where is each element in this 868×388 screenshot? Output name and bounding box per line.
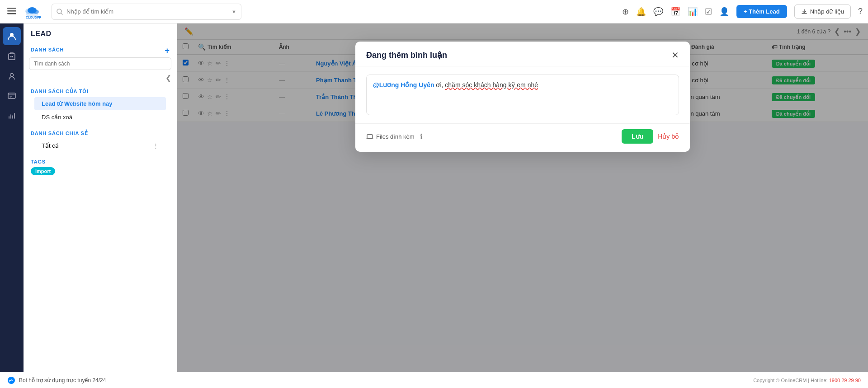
svg-rect-16 (367, 135, 373, 138)
sidebar-item-lead-website[interactable]: Lead từ Website hôm nay (34, 97, 166, 110)
comment-textarea[interactable]: @Lương Hồng Uyên ơi, chăm sóc khách hàng… (366, 75, 679, 115)
nav-reports-icon[interactable] (3, 107, 21, 125)
bot-support: Bot hỗ trợ sử dụng trực tuyến 24/24 (7, 376, 106, 384)
top-actions: ⊕ 🔔 💬 📅 📊 ☑ 👤 + Thêm Lead Nhập dữ liệu ? (622, 5, 863, 19)
danh-sach-header: DANH SÁCH + (24, 42, 177, 57)
danh-sach-cua-toi-title: DANH SÁCH CỦA TÔI (31, 89, 170, 94)
nav-leads-icon[interactable] (3, 87, 21, 105)
svg-rect-2 (7, 13, 16, 14)
chat-icon-button[interactable]: 💬 (653, 7, 663, 17)
sidebar-header: LEAD (24, 23, 177, 42)
modal-body: @Lương Hồng Uyên ơi, chăm sóc khách hàng… (355, 66, 690, 123)
copyright-text: Copyright © OnlineCRM | Hotline: 1900 29… (753, 378, 861, 383)
support-text: Bot hỗ trợ sử dụng trực tuyến 24/24 (19, 377, 106, 383)
calendar-icon-button[interactable]: 📅 (670, 7, 680, 17)
add-list-button[interactable]: + (165, 46, 170, 56)
sidebar-lead-title: LEAD (31, 30, 52, 38)
tat-ca-label: Tất cả (42, 142, 59, 149)
nav-people-icon[interactable] (3, 27, 21, 45)
comment-body-text: ơi, chăm sóc khách hàng kỹ em nhé (434, 81, 538, 89)
modal-actions: Lưu Hủy bỏ (622, 129, 679, 144)
cancel-button[interactable]: Hủy bỏ (658, 129, 679, 144)
tag-import[interactable]: import (31, 167, 55, 175)
svg-rect-0 (7, 8, 16, 9)
danh-sach-chia-se-section: DANH SÁCH CHIA SẺ Tất cả ⋮ (24, 126, 177, 154)
sidebar-search-input[interactable] (29, 57, 171, 70)
logo: CLOUDPRO (24, 3, 41, 20)
svg-point-6 (33, 9, 39, 14)
messenger-icon (7, 376, 15, 384)
copyright-label: Copyright © OnlineCRM | Hotline: (753, 378, 829, 383)
save-button[interactable]: Lưu (622, 129, 653, 144)
mention-text: @Lương Hồng Uyên (373, 81, 434, 89)
tags-section: TAGS import (24, 154, 177, 180)
svg-rect-13 (12, 56, 14, 57)
sidebar-collapse-button[interactable]: ❮ (165, 74, 171, 82)
attach-label: Files đính kèm (376, 133, 415, 140)
danh-sach-chia-se-title: DANH SÁCH CHIA SẺ (31, 131, 170, 136)
modal-footer: Files đính kèm ℹ Lưu Hủy bỏ (355, 123, 690, 152)
search-input[interactable] (66, 8, 228, 15)
info-icon[interactable]: ℹ (420, 132, 423, 141)
tat-ca-more-icon[interactable]: ⋮ (153, 142, 159, 149)
modal-close-button[interactable]: ✕ (671, 50, 679, 61)
svg-rect-11 (9, 54, 15, 60)
search-icon (57, 9, 63, 15)
sidebar-item-ds-xoa[interactable]: DS cần xoá (34, 111, 166, 124)
svg-rect-12 (10, 56, 12, 57)
chart-icon-button[interactable]: 📊 (688, 7, 698, 17)
nav-contacts-icon[interactable] (3, 67, 21, 85)
left-icon-bar (0, 23, 24, 372)
hamburger-button[interactable] (5, 5, 18, 19)
import-button[interactable]: Nhập dữ liệu (794, 5, 851, 19)
laptop-icon (366, 133, 373, 140)
svg-rect-1 (7, 10, 16, 12)
sidebar: LEAD DANH SÁCH + ❮ DANH SÁCH CỦA TÔI Lea… (24, 23, 177, 372)
svg-text:CLOUDPRO: CLOUDPRO (26, 16, 41, 19)
modal-title: Đang thêm bình luận (366, 50, 447, 60)
danh-sach-cua-toi-section: DANH SÁCH CỦA TÔI Lead từ Website hôm na… (24, 84, 177, 126)
add-icon-button[interactable]: ⊕ (622, 7, 629, 17)
danh-sach-title: DANH SÁCH (31, 47, 64, 52)
bottom-bar: Bot hỗ trợ sử dụng trực tuyến 24/24 Copy… (0, 372, 868, 388)
hotline-link[interactable]: 1900 29 29 90 (829, 378, 861, 383)
comment-modal: Đang thêm bình luận ✕ @Lương Hồng Uyên ơ… (355, 42, 690, 152)
attach-files-button[interactable]: Files đính kèm (366, 133, 415, 140)
search-dropdown-icon: ▼ (231, 9, 236, 14)
add-lead-button[interactable]: + Thêm Lead (736, 5, 787, 18)
tags-title: TAGS (31, 159, 170, 164)
search-box: ▼ (52, 4, 241, 20)
svg-line-9 (61, 13, 62, 14)
tasks-icon-button[interactable]: ☑ (705, 7, 712, 17)
bell-icon-button[interactable]: 🔔 (636, 7, 646, 17)
modal-header: Đang thêm bình luận ✕ (355, 42, 690, 66)
svg-point-14 (10, 74, 14, 77)
modal-overlay: Đang thêm bình luận ✕ @Lương Hồng Uyên ơ… (177, 23, 868, 372)
svg-rect-15 (8, 93, 15, 98)
download-icon (801, 9, 807, 15)
content-area: ✏️ 1 đến 6 của ? ❮ ••• ❯ (177, 23, 868, 372)
help-button[interactable]: ? (858, 7, 863, 16)
import-label: Nhập dữ liệu (810, 8, 844, 15)
user-icon-button[interactable]: 👤 (719, 7, 729, 17)
sidebar-item-tat-ca[interactable]: Tất cả ⋮ (34, 139, 166, 152)
nav-building-icon[interactable] (3, 47, 21, 65)
